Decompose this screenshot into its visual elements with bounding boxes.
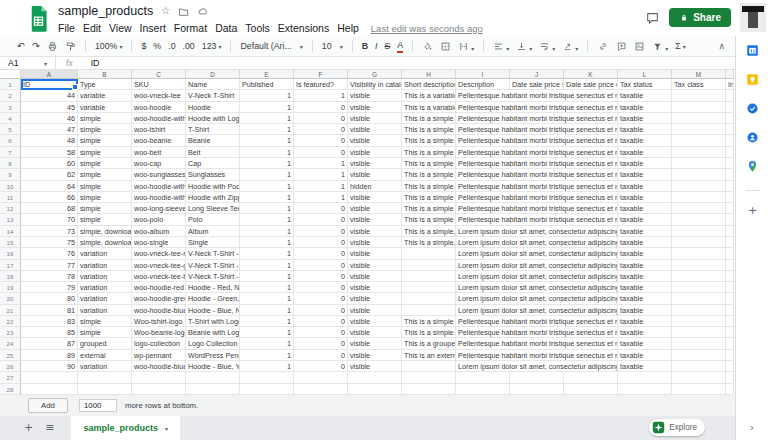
cell-L8[interactable]: taxable — [618, 158, 672, 169]
cell-I13[interactable]: Pellentesque habitant morbi tristique se… — [456, 214, 618, 225]
tasks-icon[interactable] — [746, 101, 759, 119]
add-sheet-icon[interactable]: + — [24, 416, 33, 440]
cell-H9[interactable]: This is a simple product. — [402, 169, 456, 180]
cell-E15[interactable]: 1 — [240, 237, 294, 248]
insert-link-icon[interactable] — [597, 37, 609, 55]
cell-M5[interactable] — [672, 124, 726, 135]
cell-F12[interactable]: 0 — [294, 203, 348, 214]
cell-F28[interactable] — [294, 384, 348, 395]
row-header-20[interactable]: 20 — [0, 293, 21, 304]
cell-A7[interactable]: 58 — [21, 147, 78, 158]
cell-N23[interactable] — [726, 327, 734, 338]
cell-F9[interactable]: 1 — [294, 169, 348, 180]
col-header-A[interactable]: A — [21, 70, 78, 79]
cell-H26[interactable] — [402, 361, 456, 372]
row-header-28[interactable]: 28 — [0, 384, 21, 395]
cell-I10[interactable]: Pellentesque habitant morbi tristique se… — [456, 181, 618, 192]
explore-button[interactable]: Explore — [649, 419, 705, 436]
cell-A6[interactable]: 48 — [21, 135, 78, 146]
cell-C4[interactable]: woo-hoodie-with-logo — [132, 113, 186, 124]
cell-F15[interactable]: 0 — [294, 237, 348, 248]
cell-D22[interactable]: T-Shirt with Logo — [186, 316, 240, 327]
cell-F10[interactable]: 1 — [294, 181, 348, 192]
cell-F3[interactable]: 0 — [294, 102, 348, 113]
cell-B16[interactable]: variation — [78, 248, 132, 259]
cell-F21[interactable]: 0 — [294, 305, 348, 316]
cell-H21[interactable] — [402, 305, 456, 316]
spreadsheet-grid[interactable]: ABCDEFGHIJKLM1IDTypeSKUNamePublishedIs f… — [0, 70, 735, 395]
cell-L24[interactable]: taxable — [618, 338, 672, 349]
fill-handle[interactable] — [72, 84, 78, 90]
cell-B28[interactable] — [78, 384, 132, 395]
cell-I28[interactable] — [456, 384, 510, 395]
cell-M20[interactable] — [672, 293, 726, 304]
cell-F25[interactable]: 0 — [294, 350, 348, 361]
cell-N28[interactable] — [726, 384, 734, 395]
formula-input[interactable]: ID — [91, 58, 100, 68]
cell-H12[interactable]: This is a simple product. — [402, 203, 456, 214]
cell-C9[interactable]: woo-sunglasses — [132, 169, 186, 180]
name-box-dropdown-icon[interactable]: ▾ — [44, 60, 47, 67]
cell-G1[interactable]: Visibility in catalog — [348, 79, 402, 90]
cell-F14[interactable]: 0 — [294, 226, 348, 237]
cell-G3[interactable]: visible — [348, 102, 402, 113]
cell-H15[interactable]: This is a simple, virtual product. — [402, 237, 456, 248]
cell-F22[interactable]: 0 — [294, 316, 348, 327]
row-header-9[interactable]: 9 — [0, 169, 21, 180]
cell-A10[interactable]: 64 — [21, 181, 78, 192]
cell-C7[interactable]: woo-belt — [132, 147, 186, 158]
cell-E23[interactable]: 1 — [240, 327, 294, 338]
cell-M1[interactable]: Tax class — [672, 79, 726, 90]
cell-F5[interactable]: 0 — [294, 124, 348, 135]
cell-M6[interactable] — [672, 135, 726, 146]
cell-K1[interactable]: Date sale price ends — [564, 79, 618, 90]
cell-M23[interactable] — [672, 327, 726, 338]
cell-A4[interactable]: 46 — [21, 113, 78, 124]
calendar-icon[interactable] — [746, 43, 759, 61]
cell-I2[interactable]: Pellentesque habitant morbi tristique se… — [456, 90, 618, 101]
cell-M2[interactable] — [672, 90, 726, 101]
cell-L27[interactable] — [618, 372, 672, 383]
sheet-tab-sample-products[interactable]: sample_products ▾ — [71, 416, 180, 440]
cell-D20[interactable]: Hoodie - Green, No — [186, 293, 240, 304]
cell-B8[interactable]: simple — [78, 158, 132, 169]
cell-B26[interactable]: variation — [78, 361, 132, 372]
comment-history-icon[interactable] — [645, 8, 660, 26]
cell-C2[interactable]: woo-vneck-tee — [132, 90, 186, 101]
cell-J27[interactable] — [510, 372, 564, 383]
cell-B23[interactable]: simple — [78, 327, 132, 338]
borders-icon[interactable] — [440, 37, 451, 55]
cell-A19[interactable]: 79 — [21, 282, 78, 293]
cell-M4[interactable] — [672, 113, 726, 124]
cell-L25[interactable]: taxable — [618, 350, 672, 361]
cell-F8[interactable]: 1 — [294, 158, 348, 169]
cell-L3[interactable]: taxable — [618, 102, 672, 113]
cell-I7[interactable]: Pellentesque habitant morbi tristique se… — [456, 147, 618, 158]
cell-A5[interactable]: 47 — [21, 124, 78, 135]
cell-M19[interactable] — [672, 282, 726, 293]
cell-E26[interactable]: 1 — [240, 361, 294, 372]
cell-L11[interactable]: taxable — [618, 192, 672, 203]
row-header-21[interactable]: 21 — [0, 305, 21, 316]
cell-F18[interactable]: 0 — [294, 271, 348, 282]
row-header-10[interactable]: 10 — [0, 181, 21, 192]
cell-I4[interactable]: Pellentesque habitant morbi tristique se… — [456, 113, 618, 124]
cell-N9[interactable] — [726, 169, 734, 180]
cell-F23[interactable]: 0 — [294, 327, 348, 338]
row-header-15[interactable]: 15 — [0, 237, 21, 248]
cell-M7[interactable] — [672, 147, 726, 158]
cell-H5[interactable]: This is a simple product. — [402, 124, 456, 135]
cell-A14[interactable]: 73 — [21, 226, 78, 237]
cell-B15[interactable]: simple, downloadable, virtual — [78, 237, 132, 248]
vertical-align-icon[interactable]: ▾ — [516, 37, 532, 55]
star-icon[interactable]: ☆ — [161, 6, 170, 16]
cell-E1[interactable]: Published — [240, 79, 294, 90]
cell-A26[interactable]: 90 — [21, 361, 78, 372]
cell-C6[interactable]: woo-beanie — [132, 135, 186, 146]
cell-N10[interactable] — [726, 181, 734, 192]
cell-M22[interactable] — [672, 316, 726, 327]
cell-D4[interactable]: Hoodie with Logo — [186, 113, 240, 124]
row-header-23[interactable]: 23 — [0, 327, 21, 338]
cell-F2[interactable]: 1 — [294, 90, 348, 101]
cell-H10[interactable]: This is a simple product. — [402, 181, 456, 192]
